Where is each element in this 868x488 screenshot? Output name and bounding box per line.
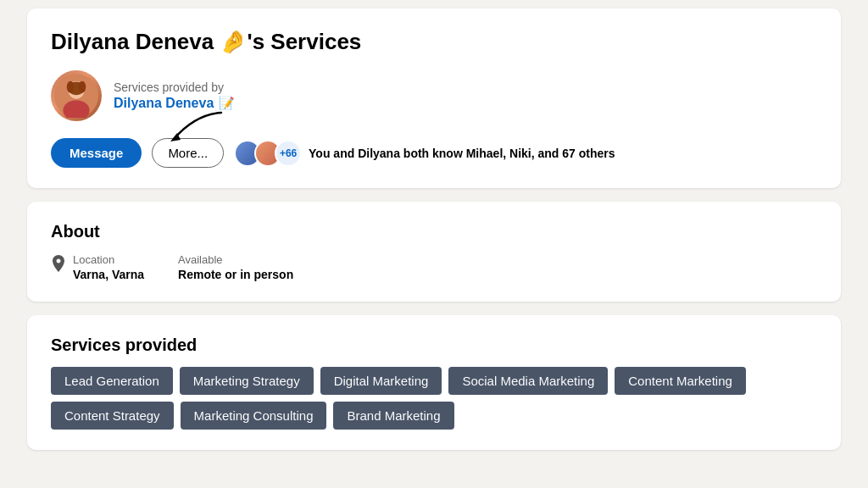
service-tag[interactable]: Content Strategy bbox=[51, 402, 174, 430]
svg-point-5 bbox=[67, 81, 75, 93]
tags-container: Lead GenerationMarketing StrategyDigital… bbox=[51, 367, 817, 430]
services-section-title: Services provided bbox=[51, 336, 817, 355]
about-section-title: About bbox=[51, 222, 817, 241]
service-tag[interactable]: Digital Marketing bbox=[320, 367, 442, 395]
section-divider-2 bbox=[27, 308, 841, 315]
service-tag[interactable]: Social Media Marketing bbox=[448, 367, 608, 395]
location-label: Location bbox=[73, 253, 144, 266]
profile-card: Dilyana Deneva 🤌's Services Services pro… bbox=[27, 8, 841, 188]
service-tag[interactable]: Lead Generation bbox=[51, 367, 173, 395]
avatar[interactable] bbox=[51, 70, 102, 121]
mutual-connections: +66 You and Dilyana both know Mihael, Ni… bbox=[234, 140, 615, 167]
arrow-icon bbox=[162, 106, 230, 148]
services-provided-by-label: Services provided by bbox=[114, 80, 235, 94]
location-row: Location Varna, Varna Available Remote o… bbox=[51, 253, 817, 281]
svg-point-6 bbox=[79, 81, 86, 93]
location-group: Location Varna, Varna bbox=[73, 253, 144, 281]
service-tag[interactable]: Brand Marketing bbox=[333, 402, 453, 430]
service-tag[interactable]: Marketing Consulting bbox=[181, 402, 327, 430]
available-label: Available bbox=[178, 253, 293, 266]
arrow-container: More... bbox=[152, 138, 224, 168]
service-tag[interactable]: Marketing Strategy bbox=[180, 367, 314, 395]
mutual-avatars: +66 bbox=[234, 140, 302, 167]
available-value: Remote or in person bbox=[178, 268, 293, 281]
services-card: Services provided Lead GenerationMarketi… bbox=[27, 315, 841, 450]
available-group: Available Remote or in person bbox=[178, 253, 293, 281]
mutual-text: You and Dilyana both know Mihael, Niki, … bbox=[309, 147, 615, 160]
actions-row: Message More... +66 You and Dilyana both… bbox=[51, 138, 817, 168]
location-details: Location Varna, Varna Available Remote o… bbox=[73, 253, 293, 281]
message-button[interactable]: Message bbox=[51, 138, 142, 168]
page-title: Dilyana Deneva 🤌's Services bbox=[51, 29, 817, 55]
location-value: Varna, Varna bbox=[73, 268, 144, 281]
about-card: About Location Varna, Varna Available Re… bbox=[27, 202, 841, 302]
service-tag[interactable]: Content Marketing bbox=[615, 367, 746, 395]
mutual-count: +66 bbox=[275, 140, 302, 167]
section-divider-1 bbox=[27, 195, 841, 202]
location-icon bbox=[51, 255, 66, 277]
